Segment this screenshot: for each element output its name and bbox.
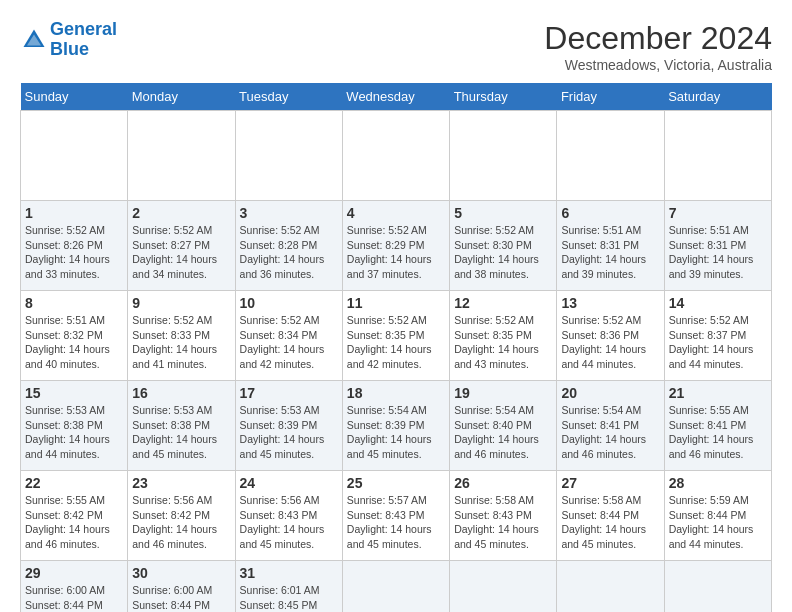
calendar-cell <box>557 561 664 613</box>
day-number: 1 <box>25 205 123 221</box>
day-number: 21 <box>669 385 767 401</box>
day-info: Sunrise: 5:52 AMSunset: 8:26 PMDaylight:… <box>25 223 123 282</box>
day-number: 30 <box>132 565 230 581</box>
day-number: 18 <box>347 385 445 401</box>
calendar-cell: 7Sunrise: 5:51 AMSunset: 8:31 PMDaylight… <box>664 201 771 291</box>
day-info: Sunrise: 5:52 AMSunset: 8:35 PMDaylight:… <box>454 313 552 372</box>
day-number: 17 <box>240 385 338 401</box>
day-info: Sunrise: 5:53 AMSunset: 8:38 PMDaylight:… <box>25 403 123 462</box>
day-number: 11 <box>347 295 445 311</box>
calendar-cell: 12Sunrise: 5:52 AMSunset: 8:35 PMDayligh… <box>450 291 557 381</box>
calendar-cell <box>235 111 342 201</box>
week-row-3: 8Sunrise: 5:51 AMSunset: 8:32 PMDaylight… <box>21 291 772 381</box>
day-info: Sunrise: 5:56 AMSunset: 8:42 PMDaylight:… <box>132 493 230 552</box>
day-info: Sunrise: 5:52 AMSunset: 8:30 PMDaylight:… <box>454 223 552 282</box>
calendar-cell: 8Sunrise: 5:51 AMSunset: 8:32 PMDaylight… <box>21 291 128 381</box>
title-block: December 2024 Westmeadows, Victoria, Aus… <box>544 20 772 73</box>
calendar-cell: 4Sunrise: 5:52 AMSunset: 8:29 PMDaylight… <box>342 201 449 291</box>
calendar-cell <box>557 111 664 201</box>
day-number: 10 <box>240 295 338 311</box>
day-info: Sunrise: 5:52 AMSunset: 8:29 PMDaylight:… <box>347 223 445 282</box>
day-info: Sunrise: 6:01 AMSunset: 8:45 PMDaylight:… <box>240 583 338 612</box>
day-info: Sunrise: 5:52 AMSunset: 8:27 PMDaylight:… <box>132 223 230 282</box>
day-info: Sunrise: 5:53 AMSunset: 8:38 PMDaylight:… <box>132 403 230 462</box>
day-number: 24 <box>240 475 338 491</box>
day-number: 22 <box>25 475 123 491</box>
calendar-cell <box>342 111 449 201</box>
day-info: Sunrise: 5:52 AMSunset: 8:35 PMDaylight:… <box>347 313 445 372</box>
col-header-monday: Monday <box>128 83 235 111</box>
calendar-cell: 19Sunrise: 5:54 AMSunset: 8:40 PMDayligh… <box>450 381 557 471</box>
calendar-cell: 21Sunrise: 5:55 AMSunset: 8:41 PMDayligh… <box>664 381 771 471</box>
calendar-cell: 16Sunrise: 5:53 AMSunset: 8:38 PMDayligh… <box>128 381 235 471</box>
day-info: Sunrise: 5:54 AMSunset: 8:40 PMDaylight:… <box>454 403 552 462</box>
day-info: Sunrise: 5:52 AMSunset: 8:28 PMDaylight:… <box>240 223 338 282</box>
calendar-cell <box>128 111 235 201</box>
calendar-cell: 3Sunrise: 5:52 AMSunset: 8:28 PMDaylight… <box>235 201 342 291</box>
logo-icon <box>20 26 48 54</box>
logo-line2: Blue <box>50 39 89 59</box>
calendar-cell <box>21 111 128 201</box>
calendar-cell: 30Sunrise: 6:00 AMSunset: 8:44 PMDayligh… <box>128 561 235 613</box>
day-number: 2 <box>132 205 230 221</box>
calendar-cell: 31Sunrise: 6:01 AMSunset: 8:45 PMDayligh… <box>235 561 342 613</box>
calendar-cell <box>450 111 557 201</box>
calendar-cell <box>664 111 771 201</box>
calendar-cell: 5Sunrise: 5:52 AMSunset: 8:30 PMDaylight… <box>450 201 557 291</box>
week-row-2: 1Sunrise: 5:52 AMSunset: 8:26 PMDaylight… <box>21 201 772 291</box>
day-number: 20 <box>561 385 659 401</box>
calendar-cell: 11Sunrise: 5:52 AMSunset: 8:35 PMDayligh… <box>342 291 449 381</box>
calendar-cell: 29Sunrise: 6:00 AMSunset: 8:44 PMDayligh… <box>21 561 128 613</box>
calendar-cell: 13Sunrise: 5:52 AMSunset: 8:36 PMDayligh… <box>557 291 664 381</box>
day-info: Sunrise: 5:52 AMSunset: 8:36 PMDaylight:… <box>561 313 659 372</box>
calendar-cell: 28Sunrise: 5:59 AMSunset: 8:44 PMDayligh… <box>664 471 771 561</box>
calendar-cell: 22Sunrise: 5:55 AMSunset: 8:42 PMDayligh… <box>21 471 128 561</box>
day-info: Sunrise: 6:00 AMSunset: 8:44 PMDaylight:… <box>132 583 230 612</box>
day-number: 4 <box>347 205 445 221</box>
calendar-cell: 2Sunrise: 5:52 AMSunset: 8:27 PMDaylight… <box>128 201 235 291</box>
day-info: Sunrise: 5:56 AMSunset: 8:43 PMDaylight:… <box>240 493 338 552</box>
calendar-cell: 10Sunrise: 5:52 AMSunset: 8:34 PMDayligh… <box>235 291 342 381</box>
day-info: Sunrise: 5:54 AMSunset: 8:41 PMDaylight:… <box>561 403 659 462</box>
day-info: Sunrise: 5:52 AMSunset: 8:34 PMDaylight:… <box>240 313 338 372</box>
day-info: Sunrise: 5:51 AMSunset: 8:31 PMDaylight:… <box>561 223 659 282</box>
day-number: 6 <box>561 205 659 221</box>
day-info: Sunrise: 5:52 AMSunset: 8:37 PMDaylight:… <box>669 313 767 372</box>
day-number: 19 <box>454 385 552 401</box>
calendar-cell: 24Sunrise: 5:56 AMSunset: 8:43 PMDayligh… <box>235 471 342 561</box>
day-info: Sunrise: 6:00 AMSunset: 8:44 PMDaylight:… <box>25 583 123 612</box>
day-number: 26 <box>454 475 552 491</box>
day-number: 3 <box>240 205 338 221</box>
calendar-cell: 17Sunrise: 5:53 AMSunset: 8:39 PMDayligh… <box>235 381 342 471</box>
logo: General Blue <box>20 20 117 60</box>
day-info: Sunrise: 5:58 AMSunset: 8:44 PMDaylight:… <box>561 493 659 552</box>
week-row-6: 29Sunrise: 6:00 AMSunset: 8:44 PMDayligh… <box>21 561 772 613</box>
day-number: 8 <box>25 295 123 311</box>
col-header-wednesday: Wednesday <box>342 83 449 111</box>
day-info: Sunrise: 5:54 AMSunset: 8:39 PMDaylight:… <box>347 403 445 462</box>
col-header-saturday: Saturday <box>664 83 771 111</box>
calendar-cell: 27Sunrise: 5:58 AMSunset: 8:44 PMDayligh… <box>557 471 664 561</box>
calendar-cell <box>664 561 771 613</box>
day-number: 14 <box>669 295 767 311</box>
calendar-cell: 1Sunrise: 5:52 AMSunset: 8:26 PMDaylight… <box>21 201 128 291</box>
week-row-5: 22Sunrise: 5:55 AMSunset: 8:42 PMDayligh… <box>21 471 772 561</box>
day-info: Sunrise: 5:57 AMSunset: 8:43 PMDaylight:… <box>347 493 445 552</box>
month-title: December 2024 <box>544 20 772 57</box>
day-info: Sunrise: 5:53 AMSunset: 8:39 PMDaylight:… <box>240 403 338 462</box>
calendar-header-row: SundayMondayTuesdayWednesdayThursdayFrid… <box>21 83 772 111</box>
day-number: 25 <box>347 475 445 491</box>
calendar-cell: 14Sunrise: 5:52 AMSunset: 8:37 PMDayligh… <box>664 291 771 381</box>
logo-text: General Blue <box>50 20 117 60</box>
day-number: 12 <box>454 295 552 311</box>
calendar-cell: 15Sunrise: 5:53 AMSunset: 8:38 PMDayligh… <box>21 381 128 471</box>
location-subtitle: Westmeadows, Victoria, Australia <box>544 57 772 73</box>
calendar-table: SundayMondayTuesdayWednesdayThursdayFrid… <box>20 83 772 612</box>
col-header-friday: Friday <box>557 83 664 111</box>
day-number: 15 <box>25 385 123 401</box>
day-number: 31 <box>240 565 338 581</box>
calendar-cell: 9Sunrise: 5:52 AMSunset: 8:33 PMDaylight… <box>128 291 235 381</box>
week-row-4: 15Sunrise: 5:53 AMSunset: 8:38 PMDayligh… <box>21 381 772 471</box>
day-number: 28 <box>669 475 767 491</box>
day-info: Sunrise: 5:51 AMSunset: 8:31 PMDaylight:… <box>669 223 767 282</box>
